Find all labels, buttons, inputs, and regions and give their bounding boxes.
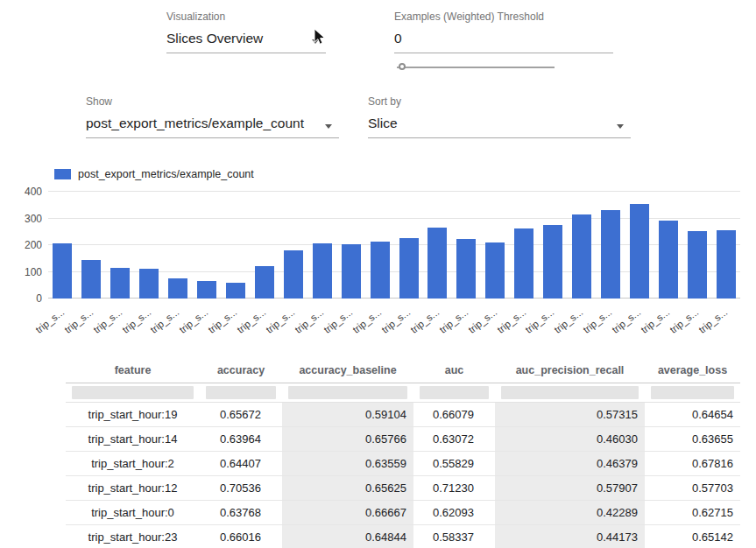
slider-knob[interactable] (399, 63, 406, 70)
metric-cell: 0.66667 (282, 501, 413, 525)
column-filter-input[interactable] (288, 386, 407, 399)
sort-by-label: Sort by (368, 95, 631, 108)
chart-bar[interactable] (139, 269, 159, 299)
column-header[interactable]: auc_precision_recall (495, 356, 645, 383)
chart-bar[interactable] (53, 243, 72, 299)
feature-cell: trip_start_hour:0 (66, 501, 200, 525)
metric-cell: 0.66079 (413, 403, 495, 427)
chart-bar[interactable] (485, 242, 505, 299)
table-row[interactable]: trip_start_hour:120.705360.656250.712300… (66, 476, 740, 501)
metric-cell: 0.46030 (495, 427, 645, 452)
visualization-select[interactable]: Visualization Slices Overview (166, 11, 326, 53)
chart-bar[interactable] (197, 281, 216, 299)
bar-cell (423, 192, 452, 299)
metric-cell: 0.57315 (495, 403, 645, 427)
feature-cell: trip_start_hour:14 (66, 427, 200, 452)
column-filter-input[interactable] (420, 386, 489, 399)
chart-bar[interactable] (601, 210, 620, 299)
chart-bar[interactable] (427, 228, 447, 299)
visualization-value[interactable]: Slices Overview (166, 31, 263, 46)
chart-bar[interactable] (284, 250, 303, 299)
bar-cell (250, 192, 279, 299)
metric-cell: 0.46379 (495, 452, 645, 476)
chart-bar[interactable] (688, 231, 707, 299)
column-filter-input[interactable] (206, 386, 276, 399)
chart-bar[interactable] (717, 230, 736, 299)
chart-bar[interactable] (659, 221, 678, 299)
threshold-input[interactable]: 0 (394, 29, 613, 53)
y-axis: 0100200300400 (7, 192, 42, 299)
metric-cell: 0.65142 (645, 525, 740, 548)
metric-cell: 0.55829 (413, 452, 495, 476)
bar-cell (336, 192, 365, 299)
metric-cell: 0.65625 (282, 476, 413, 501)
metric-cell: 0.44173 (495, 525, 645, 548)
show-value[interactable]: post_export_metrics/example_count (86, 116, 304, 130)
column-header[interactable]: accuracy (200, 356, 282, 383)
chart-bar[interactable] (255, 266, 274, 299)
bar-cell (539, 192, 568, 299)
table-row[interactable]: trip_start_hour:00.637680.666670.620930.… (66, 501, 740, 525)
bar-cell (625, 192, 654, 299)
y-axis-label: 100 (25, 266, 42, 278)
y-axis-label: 400 (25, 186, 42, 198)
table-row[interactable]: trip_start_hour:230.660160.648440.583370… (66, 525, 740, 548)
chart-bar[interactable] (342, 244, 361, 299)
show-label: Show (86, 95, 339, 108)
show-dropdown[interactable]: post_export_metrics/example_count (86, 114, 339, 138)
sort-by-select[interactable]: Sort by Slice (368, 95, 631, 138)
chart-bar[interactable] (168, 278, 187, 299)
visualization-dropdown[interactable]: Slices Overview (166, 29, 326, 53)
threshold-field[interactable]: Examples (Weighted) Threshold 0 (394, 11, 613, 53)
bar-cell (568, 192, 597, 299)
threshold-label: Examples (Weighted) Threshold (394, 11, 613, 23)
sort-by-dropdown[interactable]: Slice (368, 114, 631, 138)
column-header[interactable]: average_loss (645, 356, 740, 383)
metric-cell: 0.64844 (282, 525, 413, 548)
chart-bar[interactable] (226, 283, 245, 299)
threshold-value[interactable]: 0 (394, 31, 402, 46)
bar-cell (307, 192, 336, 299)
chart-bar[interactable] (371, 242, 390, 299)
table-row[interactable]: trip_start_hour:20.644070.635590.558290.… (66, 452, 740, 476)
chart-bar[interactable] (514, 228, 533, 299)
chart-bar[interactable] (399, 238, 419, 299)
column-filter-input[interactable] (72, 386, 194, 399)
metric-cell: 0.67816 (645, 452, 740, 476)
chart-bar[interactable] (110, 268, 130, 299)
metric-cell: 0.63768 (200, 501, 282, 525)
chevron-down-icon[interactable] (617, 124, 624, 129)
bar-cell (365, 192, 394, 299)
bar-cell (481, 192, 510, 299)
slider-track[interactable] (397, 67, 555, 68)
chart-bar[interactable] (313, 243, 332, 299)
bar-cell (510, 192, 539, 299)
feature-cell: trip_start_hour:23 (66, 525, 200, 548)
chevron-down-icon[interactable] (325, 124, 332, 129)
metric-cell: 0.42289 (495, 501, 645, 525)
column-header[interactable]: feature (66, 356, 200, 383)
chart-bar[interactable] (456, 239, 476, 299)
chart-bar[interactable] (543, 225, 562, 299)
threshold-slider[interactable] (397, 61, 555, 74)
column-header[interactable]: auc (413, 356, 495, 383)
bar-cell (77, 192, 106, 299)
metric-cell: 0.63655 (645, 427, 740, 452)
column-header[interactable]: accuracy_baseline (282, 356, 413, 383)
feature-cell: trip_start_hour:12 (66, 476, 200, 501)
column-filter-input[interactable] (501, 386, 639, 399)
table-row[interactable]: trip_start_hour:140.639640.657660.630720… (66, 427, 740, 452)
chart-bar[interactable] (630, 204, 649, 299)
table-filter-row (66, 383, 740, 403)
bar-cell (711, 192, 740, 299)
table-row[interactable]: trip_start_hour:190.656720.591040.660790… (66, 403, 740, 427)
metric-cell: 0.59104 (282, 403, 413, 427)
chart-bar[interactable] (81, 260, 101, 299)
chart-bar[interactable] (572, 214, 591, 299)
show-select[interactable]: Show post_export_metrics/example_count (86, 95, 339, 138)
column-filter-input[interactable] (651, 386, 734, 399)
feature-cell: trip_start_hour:19 (66, 403, 200, 427)
metric-cell: 0.70536 (200, 476, 282, 501)
bar-cell (135, 192, 164, 299)
sort-by-value[interactable]: Slice (368, 116, 398, 130)
